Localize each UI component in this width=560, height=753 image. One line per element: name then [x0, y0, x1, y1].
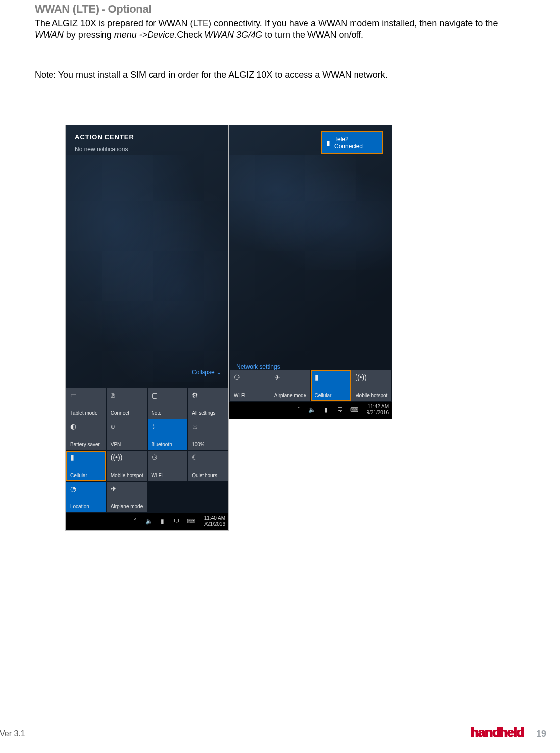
taskbar-left: ˄ 🔈 ▮ 🗨 ⌨ 11:40 AM 9/21/2016 — [66, 513, 228, 530]
no-notifications-text: No new notifications — [66, 146, 228, 152]
body-paragraph: The ALGIZ 10X is prepared for WWAN (LTE)… — [35, 18, 525, 41]
figure-group: ACTION CENTER No new notifications Colla… — [65, 125, 511, 531]
action-center-title: ACTION CENTER — [66, 125, 228, 146]
network-settings-link[interactable]: Network settings — [236, 363, 280, 370]
tile-label: Tablet mode — [70, 410, 103, 416]
tile-note[interactable]: ▢Note — [148, 388, 188, 419]
network-quick-tiles: ⚆Wi-Fi✈Airplane mode▮Cellular((•))Mobile… — [229, 370, 392, 402]
tile-mobile-hotspot[interactable]: ((•))Mobile hotspot — [351, 370, 391, 401]
airplane-mode-icon: ✈ — [274, 373, 307, 382]
tray-volume-icon[interactable]: 🔈 — [145, 518, 153, 525]
clock-time: 11:40 AM — [204, 515, 226, 521]
tile-label: Mobile hotspot — [355, 393, 388, 398]
text-emph: WWAN 3G/4G — [204, 30, 262, 40]
tray-keyboard-icon[interactable]: ⌨ — [350, 406, 358, 413]
tile-label: Cellular — [70, 473, 103, 478]
tile-100-[interactable]: ☼100% — [188, 419, 228, 450]
battery-saver-icon: ◐ — [70, 422, 103, 431]
connection-status: Connected — [334, 143, 363, 150]
tile-empty — [148, 482, 188, 512]
100--icon: ☼ — [192, 422, 225, 431]
quick-action-tiles: ▭Tablet mode⎚Connect▢Note⚙All settings◐B… — [66, 388, 228, 513]
tile-label: VPN — [111, 442, 144, 447]
clock[interactable]: 11:40 AM 9/21/2016 — [204, 515, 226, 527]
tile-wi-fi[interactable]: ⚆Wi-Fi — [148, 451, 188, 481]
cellular-icon: ▮ — [70, 453, 103, 462]
tile-label: Location — [70, 504, 103, 509]
collapse-link[interactable]: Collapse ⌄ — [192, 369, 221, 376]
tile-label: Airplane mode — [111, 504, 144, 509]
wi-fi-icon: ⚆ — [234, 373, 267, 382]
tile-mobile-hotspot[interactable]: ((•))Mobile hotspot — [107, 451, 147, 481]
tile-cellular[interactable]: ▮Cellular — [66, 451, 106, 481]
airplane-mode-icon: ✈ — [111, 485, 144, 494]
tile-cellular[interactable]: ▮Cellular — [311, 370, 351, 401]
text: Check — [177, 30, 204, 40]
network-status-callout[interactable]: ▮ Tele2 Connected — [322, 132, 382, 153]
clock-time: 11:42 AM — [367, 404, 389, 410]
taskbar-right: ˄ 🔈 ▮ 🗨 ⌨ 11:42 AM 9/21/2016 — [229, 402, 392, 419]
cellular-icon: ▮ — [315, 373, 348, 382]
tile-label: Quiet hours — [192, 473, 225, 478]
tablet-mode-icon: ▭ — [70, 391, 103, 400]
network-flyout-panel: ▮ Tele2 Connected Network settings ⚆Wi-F… — [229, 125, 392, 419]
text: The ALGIZ 10X is prepared for WWAN (LTE)… — [35, 18, 498, 28]
page-number: 19 — [536, 729, 546, 739]
tile-airplane-mode[interactable]: ✈Airplane mode — [107, 482, 147, 512]
tray-battery-icon[interactable]: ▮ — [159, 518, 167, 525]
note-icon: ▢ — [152, 391, 185, 400]
tray-notifications-icon[interactable]: 🗨 — [173, 518, 181, 525]
wi-fi-icon: ⚆ — [152, 453, 185, 462]
tile-label: Wi-Fi — [234, 393, 267, 398]
location-icon: ◔ — [70, 485, 103, 494]
tile-label: 100% — [192, 442, 225, 447]
tile-label: Airplane mode — [274, 393, 307, 398]
bluetooth-icon: ᛒ — [152, 422, 185, 431]
tile-label: All settings — [192, 410, 225, 416]
signal-bars-icon: ▮ — [326, 139, 330, 147]
section-heading: WWAN (LTE) - Optional — [35, 3, 525, 16]
all-settings-icon: ⚙ — [192, 391, 225, 400]
tray-chevron-icon[interactable]: ˄ — [131, 518, 139, 525]
page-footer: handheld 19 — [0, 725, 560, 740]
tile-label: Wi-Fi — [152, 473, 185, 478]
mobile-hotspot-icon: ((•)) — [355, 373, 388, 382]
action-center-panel: ACTION CENTER No new notifications Colla… — [65, 125, 229, 531]
clock[interactable]: 11:42 AM 9/21/2016 — [367, 404, 389, 416]
brand-logo: handheld — [471, 725, 524, 740]
clock-date: 9/21/2016 — [204, 521, 226, 527]
tile-all-settings[interactable]: ⚙All settings — [188, 388, 228, 419]
tile-connect[interactable]: ⎚Connect — [107, 388, 147, 419]
clock-date: 9/21/2016 — [367, 410, 389, 416]
tile-empty — [188, 482, 228, 512]
tile-label: Note — [152, 410, 185, 416]
text-emph: menu ->Device. — [114, 30, 177, 40]
vpn-icon: ⍦ — [111, 422, 144, 431]
text-emph: WWAN — [35, 30, 64, 40]
tile-battery-saver[interactable]: ◐Battery saver — [66, 419, 106, 450]
quiet-hours-icon: ☾ — [192, 453, 225, 462]
connect-icon: ⎚ — [111, 391, 144, 400]
mobile-hotspot-icon: ((•)) — [111, 453, 144, 462]
text: by pressing — [64, 30, 114, 40]
text: to turn the WWAN on/off. — [262, 30, 363, 40]
carrier-name: Tele2 — [334, 136, 363, 143]
tile-tablet-mode[interactable]: ▭Tablet mode — [66, 388, 106, 419]
tray-chevron-icon[interactable]: ˄ — [295, 406, 303, 413]
tile-quiet-hours[interactable]: ☾Quiet hours — [188, 451, 228, 481]
note-paragraph: Note: You must install a SIM card in ord… — [35, 70, 525, 80]
tray-battery-icon[interactable]: ▮ — [322, 406, 330, 413]
tile-label: Battery saver — [70, 442, 103, 447]
tile-label: Cellular — [315, 393, 348, 398]
tile-airplane-mode[interactable]: ✈Airplane mode — [270, 370, 310, 401]
tile-wi-fi[interactable]: ⚆Wi-Fi — [230, 370, 270, 401]
tile-label: Bluetooth — [152, 442, 185, 447]
tray-keyboard-icon[interactable]: ⌨ — [187, 518, 195, 525]
tile-bluetooth[interactable]: ᛒBluetooth — [148, 419, 188, 450]
tile-label: Mobile hotspot — [111, 473, 144, 478]
tray-volume-icon[interactable]: 🔈 — [308, 406, 316, 413]
tray-notifications-icon[interactable]: 🗨 — [336, 406, 344, 413]
tile-location[interactable]: ◔Location — [66, 482, 106, 512]
tile-label: Connect — [111, 410, 144, 416]
tile-vpn[interactable]: ⍦VPN — [107, 419, 147, 450]
